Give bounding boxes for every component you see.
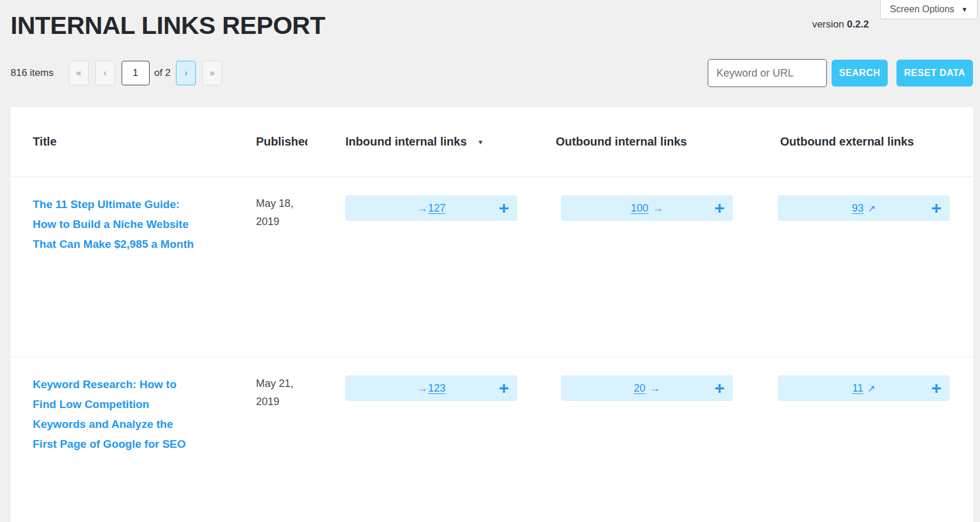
caret-down-icon: ▼ [961, 6, 968, 13]
outbound-internal-links-cell: 100 → + [556, 177, 778, 357]
column-header-inbound[interactable]: Inbound internal links ▼ [345, 135, 556, 148]
sort-caret-icon: ▼ [477, 139, 484, 146]
inbound-links-cell: → 127 + [345, 177, 556, 357]
title-cell: Keyword Research: How to Find Low Compet… [33, 357, 237, 522]
search-button[interactable]: SEARCH [832, 60, 888, 87]
title-cell: The 11 Step Ultimate Guide: How to Build… [33, 177, 237, 357]
outbound-external-count-link[interactable]: 93 ↗ [852, 202, 875, 215]
add-outbound-internal-link-button[interactable]: + [714, 199, 725, 217]
screen-options-button[interactable]: Screen Options ▼ [880, 0, 978, 19]
search-input[interactable] [708, 59, 827, 87]
inbound-links-pill: → 127 + [345, 195, 517, 221]
column-header-outbound-internal[interactable]: Outbound internal links [556, 135, 778, 148]
version-label: version [812, 19, 844, 30]
version-number: 0.2.2 [847, 19, 869, 30]
column-header-title[interactable]: Title [33, 135, 237, 148]
table-row: Keyword Research: How to Find Low Compet… [11, 357, 973, 522]
reset-data-button[interactable]: RESET DATA [896, 60, 973, 87]
arrow-right-icon: → [650, 382, 660, 395]
post-title-link[interactable]: The 11 Step Ultimate Guide: How to Build… [33, 195, 195, 254]
report-table: Title Published Inbound internal links ▼… [11, 107, 973, 522]
inbound-links-cell: → 123 + [345, 357, 556, 522]
outbound-internal-count-link[interactable]: 100 → [631, 202, 663, 215]
add-outbound-internal-link-button[interactable]: + [714, 379, 725, 397]
table-body: The 11 Step Ultimate Guide: How to Build… [11, 177, 973, 522]
outbound-internal-links-pill: 100 → + [561, 195, 733, 221]
page-title: INTERNAL LINKS REPORT [11, 9, 325, 42]
arrow-up-right-icon: ↗ [867, 383, 875, 394]
arrow-right-icon: → [417, 382, 427, 395]
outbound-internal-links-pill: 20 → + [561, 375, 733, 401]
published-cell: May 21, 2019 [237, 357, 345, 522]
outbound-external-links-pill: 93 ↗ + [778, 195, 950, 221]
inbound-links-pill: → 123 + [345, 375, 517, 401]
add-inbound-link-button[interactable]: + [498, 199, 509, 217]
outbound-external-links-cell: 11 ↗ + [778, 357, 973, 522]
toolbar: 816 items « ‹ of 2 › » SEARCH RESET DATA [0, 59, 980, 87]
post-title-link[interactable]: Keyword Research: How to Find Low Compet… [33, 375, 195, 454]
arrow-right-icon: → [653, 202, 663, 215]
add-outbound-external-link-button[interactable]: + [931, 199, 941, 217]
add-outbound-external-link-button[interactable]: + [931, 379, 941, 397]
column-header-outbound-external[interactable]: Outbound external links [778, 135, 973, 148]
outbound-internal-count-link[interactable]: 20 → [633, 382, 660, 395]
table-row: The 11 Step Ultimate Guide: How to Build… [11, 177, 973, 357]
arrow-right-icon: → [417, 202, 427, 215]
screen-options-label: Screen Options [890, 4, 954, 15]
search-area: SEARCH RESET DATA [0, 59, 980, 94]
arrow-up-right-icon: ↗ [868, 203, 875, 214]
inbound-count-link[interactable]: → 127 [417, 202, 445, 215]
inbound-count-link[interactable]: → 123 [417, 382, 445, 395]
outbound-external-links-pill: 11 ↗ + [778, 375, 950, 401]
outbound-internal-links-cell: 20 → + [556, 357, 778, 522]
table-header-row: Title Published Inbound internal links ▼… [11, 107, 973, 177]
published-cell: May 18, 2019 [237, 177, 345, 357]
published-date: May 21, 2019 [256, 375, 297, 411]
outbound-external-links-cell: 93 ↗ + [778, 177, 973, 357]
published-date: May 18, 2019 [256, 195, 297, 231]
add-inbound-link-button[interactable]: + [498, 379, 509, 397]
version-info: version 0.2.2 [812, 19, 869, 30]
outbound-external-count-link[interactable]: 11 ↗ [852, 382, 875, 395]
column-header-published[interactable]: Published [237, 135, 345, 148]
